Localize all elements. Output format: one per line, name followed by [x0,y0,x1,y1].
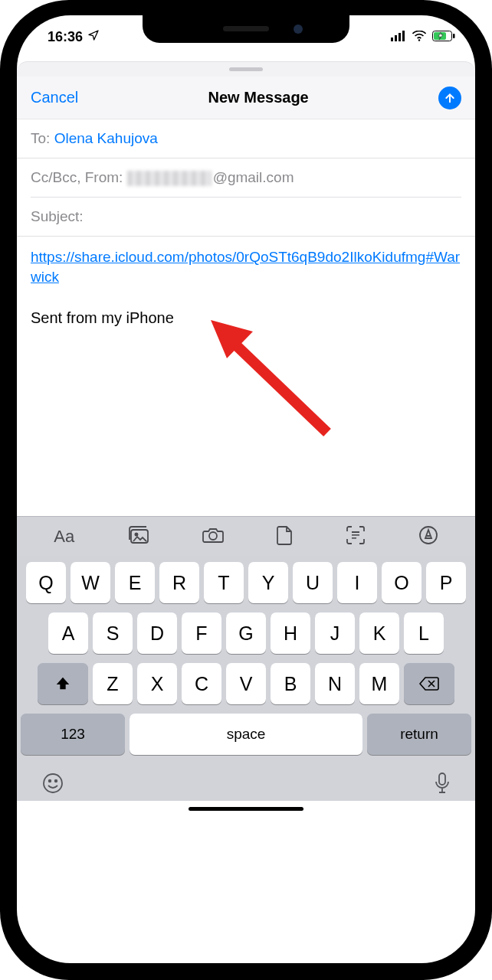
document-icon[interactable] [277,525,294,548]
keyboard-footer [17,760,475,801]
key-s[interactable]: S [93,612,133,654]
phone-frame: 16:36 Cancel [0,0,492,980]
page-title: New Message [208,89,309,106]
key-f[interactable]: F [182,612,221,654]
scan-text-icon[interactable] [346,525,366,548]
svg-rect-2 [399,33,401,41]
battery-charging-icon [432,29,455,45]
svg-rect-3 [402,31,405,41]
svg-point-4 [418,39,420,41]
to-label: To: [31,130,50,146]
keyboard-row-bottom: 123 space return [21,714,471,755]
return-key[interactable]: return [367,714,471,755]
message-body[interactable]: https://share.icloud.com/photos/0rQoSTt6… [17,237,475,516]
redacted-email-user [127,171,212,186]
key-v[interactable]: V [226,663,266,704]
key-c[interactable]: C [182,663,221,704]
key-z[interactable]: Z [93,663,133,704]
svg-rect-13 [352,531,359,533]
key-e[interactable]: E [115,562,155,603]
subject-label: Subject: [31,208,84,224]
key-b[interactable]: B [271,663,310,704]
svg-point-17 [44,774,62,792]
camera-icon[interactable] [202,527,224,547]
svg-rect-0 [391,38,393,41]
key-j[interactable]: J [315,612,355,654]
arrow-up-icon [444,92,456,104]
microphone-icon [434,772,451,795]
svg-rect-1 [395,35,397,41]
key-a[interactable]: A [48,612,88,654]
keyboard-row-3: ZXCVBNM [21,663,471,704]
svg-point-19 [55,780,57,782]
compose-navbar: Cancel New Message [17,77,475,119]
key-k[interactable]: K [359,612,399,654]
from-label: Cc/Bcc, From: [31,169,123,185]
location-icon [87,29,100,45]
screen: 16:36 Cancel [17,15,475,963]
cancel-button[interactable]: Cancel [31,89,78,106]
status-time: 16:36 [48,29,83,45]
numbers-key[interactable]: 123 [21,714,125,755]
emoji-icon [41,772,64,795]
key-p[interactable]: P [426,562,466,603]
keyboard-row-2: ASDFGHJKL [21,612,471,654]
backspace-key[interactable] [404,663,454,704]
text-style-button[interactable]: Aa [54,527,74,547]
key-y[interactable]: Y [248,562,288,603]
svg-rect-15 [352,537,356,539]
sheet-grabber[interactable] [229,67,263,71]
svg-rect-20 [439,773,445,785]
key-w[interactable]: W [71,562,110,603]
svg-rect-7 [453,34,455,38]
key-n[interactable]: N [315,663,355,704]
from-domain: @gmail.com [213,169,294,185]
key-r[interactable]: R [159,562,199,603]
home-indicator[interactable] [189,807,303,811]
svg-rect-14 [352,534,359,536]
photo-library-icon[interactable] [127,526,150,547]
key-i[interactable]: I [337,562,377,603]
keyboard: QWERTYUIOP ASDFGHJKL ZXCVBNM 123 space r… [17,556,475,760]
keyboard-row-1: QWERTYUIOP [21,562,471,603]
cell-signal-icon [391,29,406,45]
sheet-grabber-area[interactable] [17,61,475,77]
markup-icon[interactable] [418,525,438,548]
dictation-key[interactable] [434,772,451,798]
key-q[interactable]: Q [26,562,66,603]
svg-point-18 [49,780,51,782]
key-g[interactable]: G [226,612,266,654]
space-key[interactable]: space [130,714,362,755]
svg-point-12 [209,532,217,540]
key-l[interactable]: L [404,612,444,654]
key-t[interactable]: T [204,562,244,603]
shared-link[interactable]: https://share.icloud.com/photos/0rQoSTt6… [31,249,460,285]
from-field[interactable]: Cc/Bcc, From: @gmail.com [17,158,475,197]
key-m[interactable]: M [359,663,399,704]
shift-key[interactable] [38,663,88,704]
backspace-icon [419,676,439,691]
notch [143,15,349,43]
subject-field[interactable]: Subject: [17,198,475,237]
key-d[interactable]: D [137,612,177,654]
emoji-key[interactable] [41,772,64,798]
key-h[interactable]: H [271,612,310,654]
to-field[interactable]: To: Olena Kahujova [17,119,475,158]
to-recipient[interactable]: Olena Kahujova [54,130,158,146]
shift-icon [54,675,71,692]
wifi-icon [412,29,427,45]
send-button[interactable] [438,87,461,109]
key-o[interactable]: O [382,562,421,603]
keyboard-toolbar: Aa [17,516,475,556]
key-u[interactable]: U [293,562,333,603]
svg-point-11 [135,533,137,535]
signature: Sent from my iPhone [31,308,461,328]
key-x[interactable]: X [137,663,177,704]
